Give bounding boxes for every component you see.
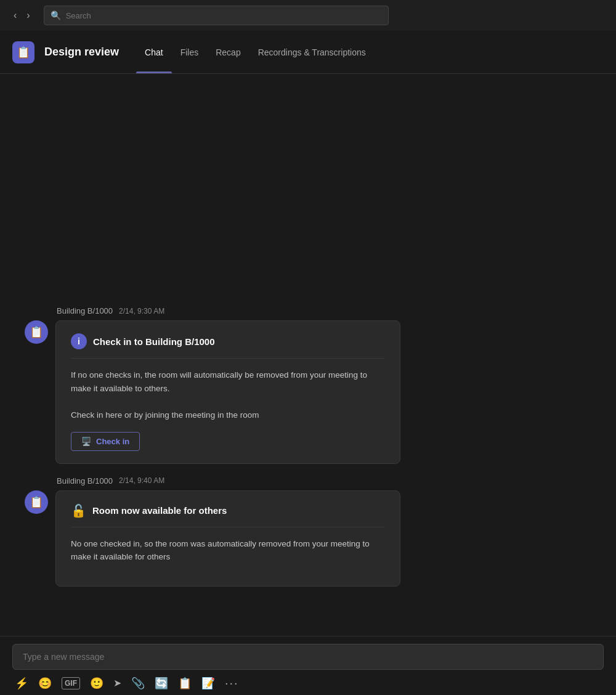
avatar-2: 📋 bbox=[25, 490, 48, 514]
chat-area: Building B/1000 2/14, 9:30 AM 📋 i Check … bbox=[0, 74, 616, 636]
whiteboard-icon[interactable]: 📋 bbox=[178, 677, 192, 690]
message-group: Building B/1000 2/14, 9:30 AM 📋 i Check … bbox=[0, 306, 616, 463]
card-title: Check in to Building B/1000 bbox=[93, 336, 215, 347]
search-input[interactable] bbox=[66, 11, 382, 20]
send-icon[interactable]: ➤ bbox=[113, 677, 121, 689]
checkin-card: i Check in to Building B/1000 If no one … bbox=[55, 320, 400, 463]
card-body-text3: No one checked in, so the room was autom… bbox=[71, 537, 385, 564]
card-title-row: i Check in to Building B/1000 bbox=[71, 333, 385, 359]
gif-icon[interactable]: GIF bbox=[62, 677, 80, 689]
notes-icon[interactable]: 📝 bbox=[201, 677, 215, 690]
channel-name: Design review bbox=[44, 46, 119, 59]
message-time: 2/14, 9:30 AM bbox=[119, 307, 164, 315]
nav-arrows: ‹ › bbox=[10, 7, 34, 23]
more-icon[interactable]: ··· bbox=[225, 676, 239, 690]
card-title-row-2: 🔓 Room now available for others bbox=[71, 503, 385, 527]
forward-button[interactable]: › bbox=[23, 7, 33, 23]
card-body-text1: If no one checks in, the room will autom… bbox=[71, 368, 385, 395]
back-button[interactable]: ‹ bbox=[10, 7, 20, 23]
card-body: If no one checks in, the room will autom… bbox=[71, 368, 385, 421]
message-input[interactable] bbox=[12, 644, 604, 670]
loop-icon[interactable]: 🔄 bbox=[155, 677, 168, 690]
unlock-icon: 🔓 bbox=[71, 503, 86, 518]
message-meta: Building B/1000 2/14, 9:30 AM bbox=[25, 306, 591, 315]
available-card: 🔓 Room now available for others No one c… bbox=[55, 490, 400, 587]
top-bar: ‹ › 🔍 bbox=[0, 0, 616, 31]
emoji-icon[interactable]: 😊 bbox=[38, 677, 52, 690]
card-title-2: Room now available for others bbox=[92, 505, 227, 516]
input-area: ⚡ 😊 GIF 🙂 ➤ 📎 🔄 📋 📝 ··· bbox=[0, 636, 616, 695]
format-icon[interactable]: ⚡ bbox=[15, 677, 28, 690]
info-icon: i bbox=[71, 333, 87, 349]
tab-chat[interactable]: Chat bbox=[136, 31, 172, 73]
avatar: 📋 bbox=[25, 320, 48, 344]
message-row: 📋 i Check in to Building B/1000 If no on… bbox=[25, 320, 591, 463]
channel-avatar: 📋 bbox=[12, 41, 34, 63]
message-meta-2: Building B/1000 2/14, 9:40 AM bbox=[25, 476, 591, 486]
check-in-button[interactable]: 🖥️ Check in bbox=[71, 432, 140, 451]
tab-recap[interactable]: Recap bbox=[207, 31, 249, 73]
tab-files[interactable]: Files bbox=[172, 31, 208, 73]
tab-recordings[interactable]: Recordings & Transcriptions bbox=[249, 31, 375, 73]
message-row-2: 📋 🔓 Room now available for others No one… bbox=[25, 490, 591, 587]
checkin-icon: 🖥️ bbox=[81, 437, 91, 446]
search-icon: 🔍 bbox=[51, 10, 61, 20]
sender-name-2: Building B/1000 bbox=[57, 476, 113, 486]
card-body-text2: Check in here or by joining the meeting … bbox=[71, 408, 385, 422]
sender-name: Building B/1000 bbox=[57, 306, 113, 315]
attach-icon[interactable]: 📎 bbox=[131, 677, 145, 690]
search-bar: 🔍 bbox=[44, 6, 389, 25]
sticker-icon[interactable]: 🙂 bbox=[90, 677, 103, 690]
tabs: Chat Files Recap Recordings & Transcript… bbox=[136, 31, 375, 73]
card-body-2: No one checked in, so the room was autom… bbox=[71, 537, 385, 564]
message-group-2: Building B/1000 2/14, 9:40 AM 📋 🔓 Room n… bbox=[0, 476, 616, 587]
toolbar-icons: ⚡ 😊 GIF 🙂 ➤ 📎 🔄 📋 📝 ··· bbox=[12, 676, 604, 690]
channel-bar: 📋 Design review Chat Files Recap Recordi… bbox=[0, 31, 616, 74]
message-time-2: 2/14, 9:40 AM bbox=[119, 476, 164, 485]
checkin-button-label: Check in bbox=[96, 437, 129, 446]
